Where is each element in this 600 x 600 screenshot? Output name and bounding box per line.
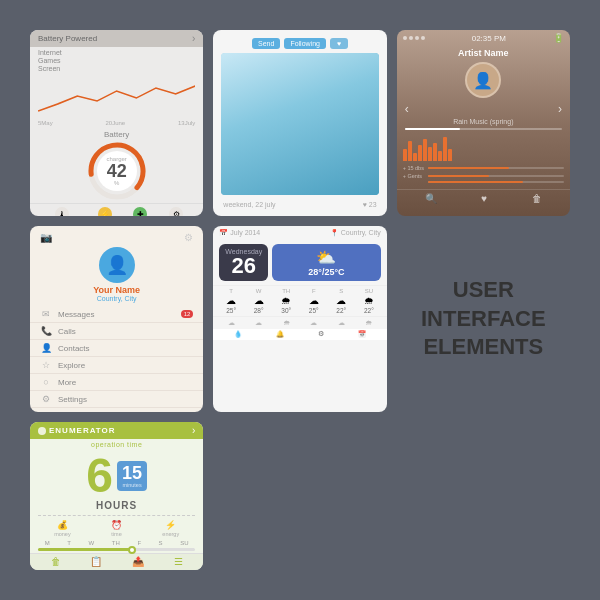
heart-icon[interactable]: ♥: [481, 193, 487, 204]
wb-drop[interactable]: 💧: [234, 330, 242, 338]
weather-current: ⛅ 28°/25°C: [272, 244, 380, 281]
enum-icon-2[interactable]: 📋: [90, 556, 102, 567]
dot-3: [415, 36, 419, 40]
menu-games[interactable]: Games: [38, 57, 195, 64]
send-button[interactable]: Send: [252, 38, 280, 49]
hours-label: HOURS: [30, 500, 203, 513]
forecast-su: SU 🌧 22°: [364, 288, 374, 314]
gauge-inner: charger 42 %: [106, 156, 126, 186]
card-photo: Send Following ♥ weekend, 22 july ♥ 23: [213, 30, 386, 216]
dot-2: [409, 36, 413, 40]
menu-item-contacts[interactable]: 👤 Contacts: [30, 340, 203, 357]
enum-slider-track[interactable]: [38, 548, 195, 551]
forecast-day-su: SU: [365, 288, 373, 294]
slider-fill-1: [428, 167, 510, 169]
forecast-f: F ☁ 25°: [309, 288, 319, 314]
dot-4: [421, 36, 425, 40]
music-sliders: + 15 dbs + Gents: [397, 163, 570, 189]
enum-icon-3[interactable]: 📤: [132, 556, 144, 567]
music-progress-bar[interactable]: [405, 128, 562, 130]
health-icon: ✚: [133, 207, 147, 216]
weather-forecast: T ☁ 25° W ☁ 28° TH 🌧 30° F ☁ 25° S ☁: [213, 285, 386, 316]
forecast-temp-s: 22°: [336, 307, 346, 314]
day-m: M: [45, 540, 50, 546]
gear-icon[interactable]: ⚙: [184, 232, 193, 243]
energy-label: energy: [162, 531, 179, 537]
menu-item-calls[interactable]: 📞 Calls: [30, 323, 203, 340]
weather-icons-row: ☁ ☁ 🌧 ☁ ☁ 🌧: [213, 316, 386, 329]
menu-item-explore[interactable]: ☆ Explore: [30, 357, 203, 374]
enum-dot: [38, 427, 46, 435]
search-icon[interactable]: 🔍: [425, 193, 437, 204]
main-container: Battery Powered › Internet Games Screen …: [20, 20, 580, 580]
cat-money[interactable]: 💰 money: [54, 520, 71, 537]
enum-icon-4[interactable]: ☰: [174, 556, 183, 567]
menu-item-more[interactable]: ○ More: [30, 374, 203, 391]
day-w: W: [89, 540, 95, 546]
title-line2: INTERFACE: [421, 305, 546, 334]
wb-gear[interactable]: ⚙: [318, 330, 324, 338]
settings-menu-icon: ⚙: [40, 394, 52, 404]
camera-icon[interactable]: 📷: [40, 232, 52, 243]
wb-bell[interactable]: 🔔: [276, 330, 284, 338]
cat-energy[interactable]: ⚡ energy: [162, 520, 179, 537]
like-button[interactable]: ♥: [330, 38, 348, 49]
slider-label-2: + Gents: [403, 173, 425, 179]
center-text-card: USER INTERFACE ELEMENTS: [397, 226, 570, 412]
enum-arrow-icon[interactable]: ›: [192, 425, 195, 436]
menu-internet[interactable]: Internet: [38, 49, 195, 56]
energy-icon: ⚡: [165, 520, 176, 530]
menu-item-messages[interactable]: ✉ Messages 12: [30, 306, 203, 323]
photo-meta: weekend, 22 july ♥ 23: [221, 201, 378, 208]
explore-icon: ☆: [40, 360, 52, 370]
slider-track-2[interactable]: [428, 175, 564, 177]
menu-screen[interactable]: Screen: [38, 65, 195, 72]
prev-button[interactable]: ‹: [405, 102, 409, 116]
temperature-icon: 🌡: [55, 207, 69, 216]
icon-temperature[interactable]: 🌡 Temperature: [47, 207, 78, 216]
forecast-icon-f: ☁: [309, 295, 319, 306]
forecast-temp-t: 25°: [226, 307, 236, 314]
slider-track-1[interactable]: [428, 167, 564, 169]
battery-arrow-icon[interactable]: ›: [192, 33, 195, 44]
weather-top: Wednesday 26 ⛅ 28°/25°C: [213, 238, 386, 285]
contacts-icon: 👤: [40, 343, 52, 353]
profile-name: Your Name: [93, 285, 140, 295]
menu-item-settings[interactable]: ⚙ Settings: [30, 391, 203, 408]
delete-icon[interactable]: 🗑: [532, 193, 542, 204]
photo-date: weekend, 22 july: [223, 201, 275, 208]
enum-categories: 💰 money ⏰ time ⚡ energy: [30, 518, 203, 539]
icon-settings[interactable]: ⚙ Settings: [166, 207, 186, 216]
following-button[interactable]: Following: [284, 38, 326, 49]
music-nav: ‹ ›: [397, 100, 570, 118]
day-th: TH: [112, 540, 120, 546]
icon-voltage[interactable]: ⚡ Voltage: [96, 207, 114, 216]
slider-label-1: + 15 dbs: [403, 165, 425, 171]
enum-title: ENUMERATOR: [49, 426, 116, 435]
center-text-block: USER INTERFACE ELEMENTS: [421, 276, 546, 362]
slider-row-2: + Gents: [403, 173, 564, 179]
profile-header: 📷 ⚙: [30, 226, 203, 245]
cat-time[interactable]: ⏰ time: [111, 520, 122, 537]
wi-5: ☁: [338, 319, 345, 327]
eq-bar-6: [428, 147, 432, 161]
messages-badge: 12: [181, 310, 194, 318]
title-line1: USER: [421, 276, 546, 305]
minutes-number: 15: [122, 464, 142, 482]
enum-icon-1[interactable]: 🗑: [51, 556, 61, 567]
enum-slider-handle[interactable]: [128, 546, 136, 554]
wi-4: ☁: [310, 319, 317, 327]
battery-percent: 42: [107, 162, 127, 180]
profile-location: Country, City: [97, 295, 137, 302]
card-enum: ENUMERATOR › operation time 6 15 minutes…: [30, 422, 203, 570]
day-t: T: [67, 540, 71, 546]
slider-row-1: + 15 dbs: [403, 165, 564, 171]
slider-track-3[interactable]: [428, 181, 564, 183]
slider-fill-3: [428, 181, 523, 183]
forecast-icon-t: ☁: [226, 295, 236, 306]
next-button[interactable]: ›: [558, 102, 562, 116]
wb-cal[interactable]: 📅: [358, 330, 366, 338]
battery-gauge-section: Battery charger 42 %: [30, 126, 203, 203]
contacts-label: Contacts: [58, 344, 193, 353]
icon-health[interactable]: ✚ Health: [132, 207, 148, 216]
